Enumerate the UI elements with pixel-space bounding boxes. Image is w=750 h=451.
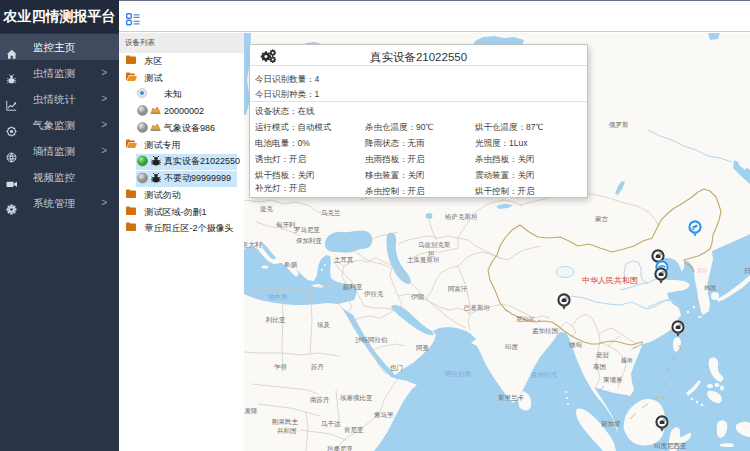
- svg-text:乌干达: 乌干达: [321, 420, 341, 428]
- svg-text:乍得: 乍得: [273, 363, 288, 371]
- svg-text:阿拉伯海: 阿拉伯海: [445, 370, 472, 378]
- svg-text:坦: 坦: [427, 250, 435, 257]
- svg-text:孟加拉湾: 孟加拉湾: [531, 371, 558, 379]
- svg-text:柬埔寨: 柬埔寨: [603, 376, 623, 383]
- svg-text:希腊: 希腊: [284, 261, 298, 268]
- svg-text:苏丹: 苏丹: [310, 363, 325, 371]
- svg-text:地中海: 地中海: [268, 293, 288, 301]
- svg-text:乌兹别克斯: 乌兹别克斯: [418, 241, 451, 249]
- svg-text:中华人民共和国: 中华人民共和国: [582, 276, 638, 285]
- svg-text:土库曼斯坦: 土库曼斯坦: [407, 256, 440, 264]
- svg-text:伊拉克: 伊拉克: [364, 290, 384, 298]
- svg-text:老挝: 老挝: [596, 351, 610, 359]
- svg-text:叙利亚: 叙利亚: [342, 283, 363, 291]
- svg-text:保加利亚: 保加利亚: [296, 237, 323, 244]
- svg-text:匈牙利: 匈牙利: [276, 221, 296, 228]
- svg-text:意大利: 意大利: [244, 241, 262, 248]
- svg-text:韩国: 韩国: [704, 285, 716, 292]
- svg-text:印度: 印度: [505, 343, 519, 351]
- svg-text:印度尼西亚: 印度尼西亚: [654, 442, 687, 450]
- svg-text:孟加拉国: 孟加拉国: [532, 327, 558, 334]
- svg-text:俄罗斯: 俄罗斯: [609, 121, 629, 129]
- svg-text:也门: 也门: [390, 364, 403, 371]
- svg-text:蒙古: 蒙古: [595, 215, 609, 223]
- svg-text:肯尼亚: 肯尼亚: [344, 426, 364, 433]
- svg-text:乌克兰: 乌克兰: [321, 209, 341, 217]
- svg-text:埃及: 埃及: [316, 321, 331, 328]
- svg-text:阿富汗: 阿富汗: [448, 285, 468, 293]
- svg-text:斯里兰卡: 斯里兰卡: [498, 394, 525, 401]
- svg-text:尼泊尔: 尼泊尔: [516, 316, 534, 323]
- svg-text:伊朗: 伊朗: [411, 293, 424, 301]
- svg-text:捷克: 捷克: [260, 205, 274, 213]
- svg-text:新加坡: 新加坡: [601, 420, 621, 427]
- svg-text:索马里: 索马里: [374, 411, 394, 418]
- svg-text:缅甸: 缅甸: [569, 341, 582, 348]
- svg-text:首尔: 首尔: [697, 267, 707, 273]
- svg-text:巴基斯坦: 巴基斯坦: [464, 304, 491, 311]
- svg-text:坦桑尼亚: 坦桑尼亚: [326, 445, 354, 451]
- svg-text:利比亚: 利比亚: [265, 316, 286, 323]
- svg-text:罗马尼亚: 罗马尼亚: [294, 226, 321, 234]
- svg-text:沙特阿拉伯: 沙特阿拉伯: [355, 336, 388, 344]
- svg-text:南苏丹: 南苏丹: [310, 396, 330, 404]
- svg-text:喀麦隆: 喀麦隆: [244, 407, 258, 415]
- svg-text:泰国: 泰国: [593, 363, 606, 371]
- svg-text:哈萨克斯坦: 哈萨克斯坦: [445, 213, 478, 221]
- svg-text:埃塞俄比亚: 埃塞俄比亚: [339, 394, 373, 402]
- svg-text:阿曼: 阿曼: [416, 344, 430, 352]
- svg-text:共和国: 共和国: [277, 427, 297, 435]
- svg-text:日: 日: [744, 267, 750, 274]
- svg-text:越南: 越南: [621, 357, 633, 364]
- svg-text:土耳其: 土耳其: [334, 256, 354, 264]
- svg-text:刚果民主: 刚果民主: [272, 418, 299, 426]
